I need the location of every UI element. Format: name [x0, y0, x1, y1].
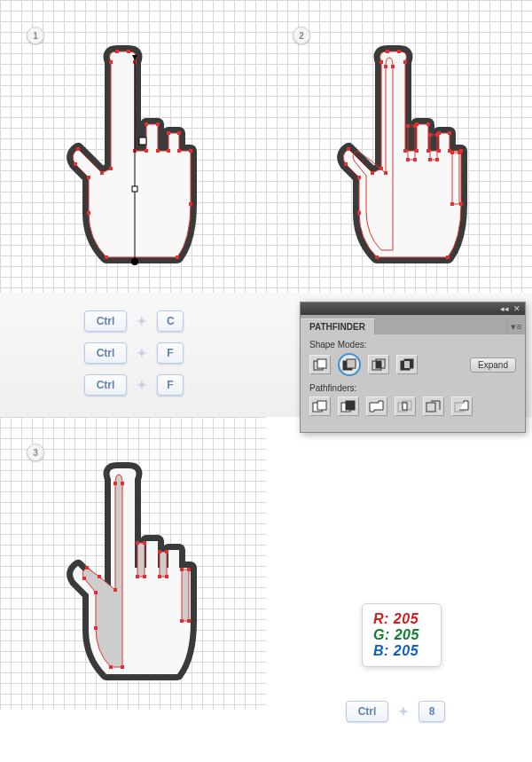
svg-rect-30 — [403, 60, 407, 64]
crop-button[interactable] — [395, 397, 416, 416]
tab-pathfinder[interactable]: PATHFINDER — [301, 318, 375, 334]
svg-rect-73 — [109, 665, 113, 669]
step-badge-3: 3 — [27, 444, 44, 461]
svg-rect-31 — [403, 149, 407, 153]
svg-rect-29 — [397, 50, 401, 53]
key-f[interactable]: F — [157, 342, 184, 364]
hand-cursor-step1 — [53, 44, 213, 275]
svg-rect-16 — [105, 255, 108, 259]
svg-rect-44 — [357, 211, 361, 215]
svg-rect-82 — [180, 568, 184, 571]
shape-modes-row: Expand — [309, 353, 516, 376]
minus-front-button[interactable] — [338, 353, 361, 376]
rgb-color-box: R: 205 G: 205 B: 205 — [362, 603, 442, 667]
svg-rect-70 — [82, 577, 86, 580]
shortcut-list: Ctrl ✦ C Ctrl ✦ F Ctrl ✦ F — [84, 310, 184, 396]
svg-rect-76 — [136, 575, 139, 578]
svg-rect-75 — [143, 541, 146, 545]
svg-rect-102 — [403, 403, 407, 410]
exclude-button[interactable] — [396, 355, 418, 374]
svg-rect-26 — [132, 186, 137, 192]
hand-cursor-step3 — [53, 461, 213, 692]
rgb-green-value: G: 205 — [373, 627, 430, 643]
svg-rect-42 — [446, 255, 450, 259]
svg-rect-9 — [167, 149, 170, 153]
intersect-button[interactable] — [368, 355, 389, 374]
svg-rect-89 — [347, 359, 356, 368]
panel-titlebar[interactable]: ◂◂ ✕ — [301, 302, 525, 315]
svg-rect-36 — [437, 149, 441, 153]
svg-rect-74 — [136, 541, 139, 545]
panel-menu-icon[interactable]: ▾≡ — [507, 318, 525, 334]
panel-tabs: PATHFINDER ▾≡ — [301, 315, 525, 334]
merge-button[interactable] — [366, 397, 387, 416]
svg-rect-15 — [176, 255, 179, 259]
key-8[interactable]: 8 — [419, 701, 445, 722]
svg-rect-55 — [406, 158, 410, 161]
svg-rect-77 — [143, 575, 146, 578]
svg-rect-34 — [426, 122, 430, 126]
pathfinder-panel: ◂◂ ✕ PATHFINDER ▾≡ Shape Modes: Expand P… — [300, 302, 526, 433]
divide-button[interactable] — [309, 397, 331, 416]
svg-rect-83 — [187, 568, 191, 571]
minus-back-button[interactable] — [451, 397, 473, 416]
svg-rect-25 — [139, 137, 146, 145]
pathfinders-label: Pathfinders: — [309, 383, 516, 393]
svg-rect-63 — [450, 202, 454, 206]
key-c[interactable]: C — [157, 310, 184, 332]
plus-icon: ✦ — [134, 345, 150, 361]
svg-rect-87 — [317, 359, 326, 368]
expand-button[interactable]: Expand — [470, 357, 516, 373]
svg-rect-45 — [357, 176, 361, 179]
shape-modes-label: Shape Modes: — [309, 340, 516, 350]
svg-rect-103 — [426, 403, 435, 412]
svg-rect-81 — [165, 575, 168, 578]
svg-rect-7 — [156, 122, 160, 126]
shortcut-row: Ctrl ✦ 8 — [346, 701, 445, 722]
svg-rect-10 — [167, 131, 170, 135]
svg-rect-41 — [459, 202, 463, 206]
key-ctrl[interactable]: Ctrl — [84, 310, 127, 332]
svg-point-24 — [131, 258, 138, 265]
svg-rect-66 — [113, 588, 117, 592]
svg-rect-69 — [85, 566, 89, 570]
key-ctrl[interactable]: Ctrl — [346, 701, 388, 722]
svg-rect-20 — [76, 147, 80, 151]
pathfinders-row — [309, 397, 516, 416]
key-ctrl[interactable]: Ctrl — [84, 374, 127, 396]
hand-cursor-step2 — [324, 44, 483, 275]
outline-button[interactable] — [423, 397, 444, 416]
trim-button[interactable] — [338, 397, 359, 416]
svg-rect-62 — [458, 151, 461, 154]
collapse-icon[interactable]: ◂◂ — [500, 304, 509, 313]
svg-rect-47 — [347, 147, 350, 151]
svg-rect-32 — [415, 149, 419, 153]
svg-rect-11 — [177, 131, 181, 135]
svg-rect-49 — [379, 167, 383, 170]
key-ctrl[interactable]: Ctrl — [84, 342, 127, 364]
svg-rect-52 — [384, 171, 387, 175]
svg-rect-28 — [386, 50, 389, 53]
svg-rect-68 — [98, 575, 101, 578]
shortcut-bottom: Ctrl ✦ 8 — [346, 701, 445, 722]
svg-rect-51 — [391, 65, 395, 68]
svg-rect-65 — [121, 482, 124, 485]
svg-rect-54 — [413, 124, 417, 128]
close-icon[interactable]: ✕ — [512, 304, 521, 313]
svg-rect-79 — [165, 550, 168, 554]
svg-rect-61 — [450, 151, 454, 154]
svg-rect-80 — [158, 575, 161, 578]
svg-rect-35 — [426, 149, 430, 153]
svg-rect-2 — [127, 50, 130, 53]
rgb-red-value: R: 205 — [373, 611, 430, 627]
shortcut-row: Ctrl ✦ F — [84, 342, 184, 364]
svg-rect-64 — [113, 482, 117, 485]
svg-rect-12 — [177, 149, 181, 153]
svg-rect-58 — [435, 133, 439, 137]
svg-rect-60 — [435, 158, 439, 161]
svg-rect-57 — [428, 133, 432, 137]
key-f[interactable]: F — [157, 374, 184, 396]
svg-rect-19 — [74, 162, 77, 166]
unite-button[interactable] — [309, 355, 331, 374]
svg-rect-53 — [406, 124, 410, 128]
